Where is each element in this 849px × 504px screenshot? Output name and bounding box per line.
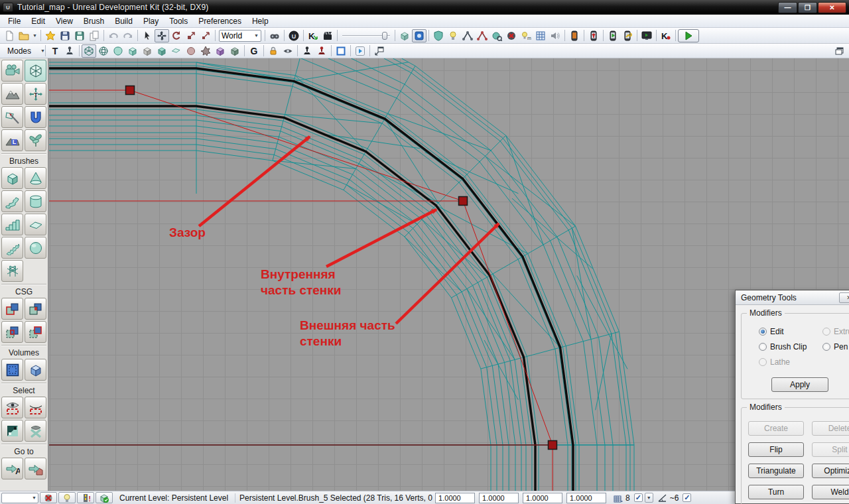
build-cover-button[interactable] [490,29,504,42]
grid-snap-caret[interactable]: ▼ [645,493,653,503]
turn-button[interactable]: Turn [748,485,804,499]
group-g-button[interactable]: G [247,44,261,58]
sound-toggle-button[interactable] [548,29,562,42]
sidebar-unhide-all-button[interactable] [25,420,46,442]
sidebar-hide-selected-button[interactable] [25,397,46,418]
sidebar-goto-actor-button[interactable]: A [1,458,23,479]
geom-cube-textured-button[interactable] [228,44,242,58]
geom-cube-teal-button[interactable] [125,44,140,58]
sidebar-brush-sheet-button[interactable] [25,214,46,235]
scale-button[interactable] [184,29,198,42]
favorites-star-button[interactable] [43,29,58,42]
menu-view[interactable]: View [50,15,78,27]
status-combo[interactable]: ▼ [1,493,38,503]
sidebar-texture-mode-button[interactable] [1,106,23,128]
world-mode-combo[interactable]: World▼ [219,30,261,42]
status-no-brush-button[interactable] [40,492,57,503]
triangulate-button[interactable]: Triangulate [748,464,804,478]
menu-file[interactable]: File [3,15,26,27]
rotate-button[interactable] [169,29,184,42]
texture-align-t-button[interactable]: T [48,44,62,58]
joystick-red-button[interactable] [314,44,329,58]
sidebar-mesh-paint-mode-button[interactable] [25,106,46,128]
redo-button[interactable] [121,29,135,42]
modifier-radio-pen[interactable]: Pen [822,342,849,351]
sidebar-terrain-mode-button[interactable] [1,83,23,105]
sidebar-csg-subtract-button[interactable] [25,298,46,320]
joystick-dark-button[interactable] [300,44,314,58]
sidebar-add-volume-button[interactable] [1,359,23,381]
drag-grid-input-1[interactable] [435,493,475,503]
build-lighting-bulb-button[interactable] [446,29,460,42]
panel-close-button[interactable]: ✕ [839,292,849,303]
find-actor-button[interactable] [267,29,282,42]
modifier-radio-edit[interactable]: Edit [759,327,822,336]
copy-pages-button[interactable] [87,29,101,42]
menu-preferences[interactable]: Preferences [193,15,247,27]
open-file-button[interactable] [17,29,31,42]
geom-cube-teal2-button[interactable] [155,44,169,58]
sidebar-add-blocking-volume-button[interactable] [25,359,46,381]
build-error-button[interactable] [504,29,519,42]
translate-button[interactable] [155,29,169,42]
sidebar-brush-stairs-button[interactable] [1,214,23,235]
select-arrow-button[interactable] [140,29,155,42]
modifier-radio-brush-clip[interactable]: Brush Clip [759,342,822,351]
sidebar-csg-add-button[interactable] [1,298,23,320]
sidebar-brush-cone-button[interactable] [25,167,46,189]
monitor-play-button[interactable] [639,29,654,42]
undo-button[interactable] [106,29,121,42]
minimize-button[interactable]: — [778,2,797,13]
geom-blob-pink-button[interactable] [184,44,198,58]
phone-red-arrow-button[interactable] [586,29,601,42]
flip-button[interactable]: Flip [748,442,804,457]
menu-build[interactable]: Build [109,15,138,27]
geom-sheet-button[interactable] [169,44,184,58]
geom-wire-cube-button[interactable] [82,44,96,58]
geom-blob-teal-button[interactable] [111,44,125,58]
sidebar-brush-curved-stairs-button[interactable] [1,190,23,212]
save-button[interactable] [58,29,72,42]
sidebar-invert-selection-button[interactable] [1,420,23,442]
menu-help[interactable]: Help [247,15,274,27]
viewport[interactable]: ЗазорВнутренняячасть стенкиВнешняя часть… [48,58,849,491]
phone-orange-button[interactable] [567,29,582,42]
frame-square-button[interactable] [334,44,348,58]
content-browser-button[interactable] [397,29,412,42]
actor-joystick-button[interactable] [62,44,77,58]
geom-blob-spiky-button[interactable] [198,44,213,58]
sidebar-brush-cube-button[interactable] [1,167,23,189]
status-status-bulb-button[interactable] [58,492,76,503]
phone-play-button[interactable] [606,29,620,42]
open-file-caret[interactable]: ▼ [31,29,38,42]
weld-button[interactable]: Weld [812,485,849,499]
viewport-canvas[interactable]: ЗазорВнутренняячасть стенкиВнешняя часть… [48,58,849,491]
grid-snap-checkbox[interactable]: ✓ [634,493,643,502]
apply-button[interactable]: Apply [771,377,828,392]
save-all-button[interactable] [72,29,87,42]
sidebar-goto-builder-brush-button[interactable] [25,458,46,479]
slider-thumb[interactable] [382,32,387,40]
eye-button[interactable] [281,44,295,58]
drag-grid-input-3[interactable] [523,493,562,503]
menu-edit[interactable]: Edit [26,15,50,27]
close-button[interactable]: ✕ [818,2,846,13]
sidebar-landscape-mode-button[interactable]: L [1,129,23,151]
sidebar-brush-spiral-stairs-button[interactable] [1,237,23,259]
vertex-handle[interactable] [459,197,468,206]
sidebar-brush-sphere-button[interactable] [25,237,46,259]
restore-button[interactable]: ❐ [798,2,817,13]
angle-snap-checkbox[interactable]: ✓ [683,493,691,502]
geometry-tools-titlebar[interactable]: Geometry Tools ✕ [736,290,849,305]
ut-logo-button[interactable]: U [287,29,301,42]
sidebar-csg-deintersect-button[interactable] [25,321,46,343]
build-geometry-shield-button[interactable] [431,29,446,42]
lightmass-bulb-button[interactable]: m [519,29,533,42]
sidebar-brush-volumetric-button[interactable] [1,260,23,282]
new-file-button[interactable] [2,29,17,42]
sidebar-translate-mode-button[interactable]: T [25,83,46,105]
scale-nonuniform-button[interactable] [198,29,213,42]
menu-play[interactable]: Play [138,15,164,27]
generic-browser-button[interactable] [412,29,426,42]
geom-cube-gray-button[interactable] [140,44,155,58]
